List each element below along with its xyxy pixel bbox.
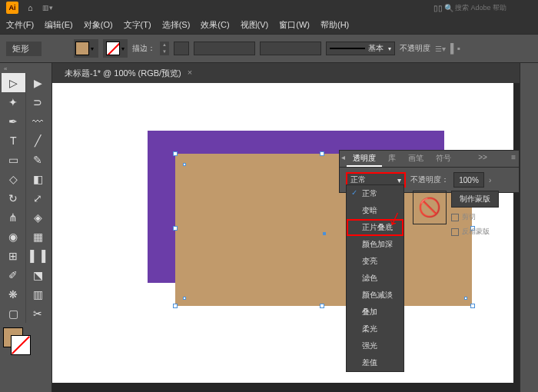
menu-window[interactable]: 窗口(W) <box>274 18 314 32</box>
blend-color-dodge[interactable]: 颜色减淡 <box>347 287 404 304</box>
type-tool[interactable]: T <box>2 131 26 150</box>
tab-library[interactable]: 库 <box>382 151 402 167</box>
align-icon[interactable]: ▌▪ <box>450 43 460 54</box>
blend-color-burn[interactable]: 颜色加深 <box>347 236 404 253</box>
panel-grip[interactable]: ◂ <box>340 151 347 167</box>
toolbox: « ▷▶ ✦⊃ ✒〰 T╱ ▭✎ ◇◧ ↻⤢ ⋔◈ ◉▦ ⊞▌▐ ✐⬔ ❋▥ ▢… <box>0 63 52 392</box>
opacity-arrow[interactable]: › <box>489 176 491 184</box>
opacity-label: 不透明度 <box>400 43 430 54</box>
layout-icon[interactable]: ▥▾ <box>42 4 53 12</box>
search-input[interactable] <box>455 4 532 12</box>
blend-screen[interactable]: 滤色 <box>347 270 404 287</box>
menu-select[interactable]: 选择(S) <box>158 18 195 32</box>
clip-checkbox[interactable]: 剪切 <box>451 212 499 222</box>
width-tool[interactable]: ⋔ <box>2 208 26 227</box>
menu-object[interactable]: 对象(O) <box>79 18 118 32</box>
graph-tool[interactable]: ▥ <box>26 284 50 304</box>
rectangle-tool[interactable]: ▭ <box>2 150 26 169</box>
brush-style[interactable]: 基本▾ <box>326 42 395 55</box>
artboard-tool[interactable]: ▢ <box>2 304 26 323</box>
anchor-point[interactable] <box>464 297 467 300</box>
selection-handle[interactable] <box>173 226 178 231</box>
stroke-swatch[interactable]: ▾ <box>103 39 128 58</box>
perspective-tool[interactable]: ▦ <box>26 227 50 246</box>
menubar: 文件(F) 编辑(E) 对象(O) 文字(T) 选择(S) 效果(C) 视图(V… <box>0 15 538 34</box>
stroke-style[interactable] <box>194 42 255 55</box>
blend-overlay[interactable]: 叠加 <box>347 304 404 321</box>
app-logo: Ai <box>6 2 18 14</box>
scale-tool[interactable]: ⤢ <box>26 188 50 208</box>
document-tab[interactable]: 未标题-1* @ 100% (RGB/预览) × <box>58 65 198 82</box>
direct-selection-tool[interactable]: ▶ <box>26 73 50 92</box>
shaper-tool[interactable]: ◇ <box>2 169 26 188</box>
menu-type[interactable]: 文字(T) <box>119 18 156 32</box>
eraser-tool[interactable]: ◧ <box>26 169 50 188</box>
tab-brushes[interactable]: 画笔 <box>402 151 430 167</box>
fill-swatch[interactable]: ▾ <box>74 39 98 58</box>
close-tab[interactable]: × <box>188 68 192 79</box>
panel-more[interactable]: >> <box>475 151 490 167</box>
curvature-tool[interactable]: 〰 <box>26 111 50 131</box>
mask-preview[interactable]: 🚫 <box>413 191 447 224</box>
anchor-point[interactable] <box>183 297 186 300</box>
home-icon[interactable]: ⌂ <box>28 3 33 12</box>
line-tool[interactable]: ╱ <box>26 131 50 150</box>
selection-handle[interactable] <box>320 151 324 156</box>
gradient-tool[interactable]: ▌▐ <box>26 246 50 265</box>
panel-opacity-label: 不透明度： <box>410 174 449 185</box>
variable-width[interactable] <box>260 42 321 55</box>
canvas[interactable] <box>52 83 520 392</box>
transparency-panel: ◂ 透明度 库 画笔 符号 >> ≡ 正常▾ 不透明度： 100% › 🚫 制作… <box>339 150 520 193</box>
pen-tool[interactable]: ✒ <box>2 111 26 131</box>
symbol-sprayer-tool[interactable]: ❋ <box>2 284 26 304</box>
eyedropper-tool[interactable]: ✐ <box>2 265 26 284</box>
menu-view[interactable]: 视图(V) <box>236 18 274 32</box>
blend-tool[interactable]: ⬔ <box>26 265 50 284</box>
menu-effect[interactable]: 效果(C) <box>196 18 234 32</box>
stroke-color[interactable] <box>11 335 31 355</box>
shape-label: 矩形 <box>6 42 42 56</box>
free-transform-tool[interactable]: ◈ <box>26 208 50 227</box>
options-icon[interactable]: ☰▾ <box>435 45 446 53</box>
shape-builder-tool[interactable]: ◉ <box>2 227 26 246</box>
center-point[interactable] <box>323 232 326 235</box>
stroke-width[interactable] <box>174 42 189 55</box>
selection-tool[interactable]: ▷ <box>2 73 26 92</box>
invert-checkbox[interactable]: 反相蒙版 <box>451 227 499 237</box>
tab-transparency[interactable]: 透明度 <box>347 151 382 167</box>
rotate-tool[interactable]: ↻ <box>2 188 26 208</box>
make-mask-button[interactable]: 制作蒙版 <box>451 191 499 208</box>
stroke-label: 描边： <box>132 43 155 54</box>
selection-handle[interactable] <box>320 304 324 308</box>
blend-soft-light[interactable]: 柔光 <box>347 321 404 337</box>
right-panel-strip[interactable] <box>520 63 538 392</box>
lasso-tool[interactable]: ⊃ <box>26 92 50 111</box>
opacity-value[interactable]: 100% <box>453 172 484 188</box>
brush-tool[interactable]: ✎ <box>26 150 50 169</box>
menu-file[interactable]: 文件(F) <box>2 18 38 32</box>
selection-handle[interactable] <box>173 151 178 156</box>
menu-edit[interactable]: 编辑(E) <box>40 18 78 32</box>
blend-normal[interactable]: 正常 <box>347 185 404 202</box>
menu-help[interactable]: 帮助(H) <box>316 18 354 32</box>
magic-wand-tool[interactable]: ✦ <box>2 92 26 111</box>
selection-handle[interactable] <box>470 304 475 308</box>
split-icon[interactable]: ▯▯ <box>433 4 443 12</box>
stroke-stepper[interactable]: ▲▼ <box>160 42 169 55</box>
blend-hard-light[interactable]: 强光 <box>347 337 404 354</box>
blend-lighten[interactable]: 变亮 <box>347 253 404 270</box>
panel-menu-icon[interactable]: ≡ <box>508 151 519 167</box>
tab-symbols[interactable]: 符号 <box>430 151 457 167</box>
search-icon[interactable]: 🔍 <box>444 4 453 12</box>
selection-handle[interactable] <box>173 304 178 308</box>
mesh-tool[interactable]: ⊞ <box>2 246 26 265</box>
blend-difference[interactable]: 差值 <box>347 354 404 371</box>
control-bar: 矩形 ▾ ▾ 描边： ▲▼ 基本▾ 不透明度 ☰▾ ▌▪ <box>0 34 538 63</box>
toolbox-collapse[interactable]: « <box>2 65 50 73</box>
anchor-point[interactable] <box>183 163 186 166</box>
slice-tool[interactable]: ✂ <box>26 304 50 323</box>
